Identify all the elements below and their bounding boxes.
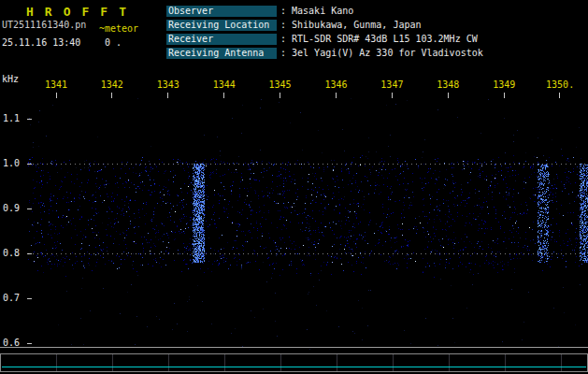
frame-counter: 0 . [105,37,122,48]
y-axis-unit: kHz [2,74,19,84]
spectrogram-canvas [28,98,588,351]
x-tick-label: 1350. [532,79,588,90]
info-row-receiver: Receiver : RTL-SDR SDR# 43dB L15 103.2MH… [166,34,483,45]
y-tick-label: 0.8 [3,248,25,259]
filename-label: UT2511161340.pn [2,20,86,30]
plot-bottom-border [0,347,588,348]
info-value: : Masaki Kano [277,6,353,17]
hrofft-screen: HROFFT UT2511161340.pn ~meteor 25.11.16 … [0,0,588,374]
x-axis-labels: 1341 1342 1343 1344 1345 1346 1347 1348 … [28,79,588,90]
info-label: Observer [166,6,277,17]
x-tick-label: 1348 [420,79,476,90]
x-tick-label: 1346 [308,79,365,90]
station-info: Observer : Masaki Kano Receiving Locatio… [166,6,483,62]
info-label: Receiver [166,34,277,45]
info-value: : Shibukawa, Gunma, Japan [277,20,422,31]
info-row-antenna: Receiving Antenna : 3el Yagi(V) Az 330 f… [166,48,483,59]
signal-level-strip [0,353,588,372]
y-tick-label: 0.9 [3,203,25,214]
x-tick-label: 1343 [140,79,196,90]
signal-level-line [2,367,586,367]
info-value: : 3el Yagi(V) Az 330 for Vladivostok [277,48,483,59]
info-row-observer: Observer : Masaki Kano [166,6,483,17]
info-label: Receiving Antenna [166,48,277,59]
app-title: HROFFT [26,5,137,19]
x-tick-label: 1345 [252,79,308,90]
info-label: Receiving Location [166,20,277,31]
info-value: : RTL-SDR SDR# 43dB L15 103.2MHz CW [277,34,478,45]
x-tick-label: 1347 [364,79,420,90]
y-tick-label: 1.1 [3,113,25,124]
gridline-1_0khz [28,164,588,165]
gridline-0_8khz [28,253,588,254]
datetime-label: 25.11.16 13:40 [2,37,80,48]
x-tick-label: 1342 [84,79,140,90]
x-tick-label: 1349 [476,79,532,90]
y-tick-label: 1.0 [3,158,25,169]
x-tick-label: 1344 [196,79,252,90]
x-tick-label: 1341 [28,79,84,90]
y-tick-label: 0.7 [3,293,25,304]
info-row-location: Receiving Location : Shibukawa, Gunma, J… [166,20,483,31]
file-tag: ~meteor [99,23,138,34]
